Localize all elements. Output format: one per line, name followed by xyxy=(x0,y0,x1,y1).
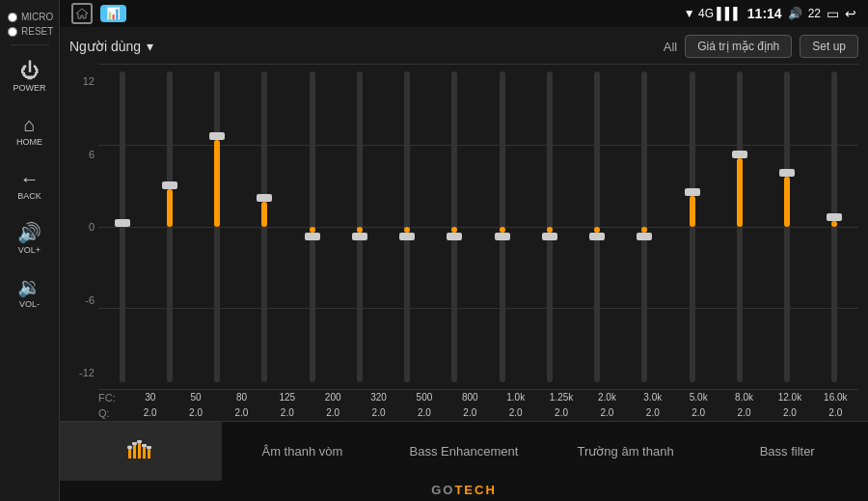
eq-active-icon[interactable]: 📊 xyxy=(100,5,126,22)
slider-track-3[interactable] xyxy=(261,71,267,382)
q-val-7: 2.0 xyxy=(448,405,493,421)
vol-down-button[interactable]: 🔉 VOL- xyxy=(5,267,55,318)
band-col-5[interactable] xyxy=(336,64,383,390)
slider-thumb-6[interactable] xyxy=(399,233,415,240)
tab-bass-filter[interactable]: Bass filter xyxy=(706,422,868,481)
power-button[interactable]: ⏻ POWER xyxy=(5,51,55,101)
home-button[interactable]: ⌂ HOME xyxy=(5,105,55,155)
fc-val-3: 125 xyxy=(264,390,310,405)
reset-radio[interactable]: RESET xyxy=(8,26,51,37)
setup-button[interactable]: Set up xyxy=(800,35,858,58)
wifi-icon: ▼ 4G ▌▌▌ xyxy=(684,7,742,20)
fc-val-13: 8.0k xyxy=(721,390,767,405)
slider-thumb-7[interactable] xyxy=(447,233,462,240)
slider-thumb-1[interactable] xyxy=(162,181,177,189)
band-col-0[interactable] xyxy=(98,64,146,390)
slider-track-6[interactable] xyxy=(404,71,410,382)
slider-thumb-13[interactable] xyxy=(732,151,747,158)
slider-track-2[interactable] xyxy=(214,71,220,382)
slider-track-13[interactable] xyxy=(737,71,743,382)
svg-rect-9 xyxy=(142,444,147,447)
slider-thumb-14[interactable] xyxy=(779,169,795,177)
slider-track-11[interactable] xyxy=(641,71,647,382)
slider-thumb-9[interactable] xyxy=(542,233,557,240)
vol-up-button[interactable]: 🔊 VOL+ xyxy=(5,213,55,264)
slider-track-9[interactable] xyxy=(547,71,553,382)
slider-thumb-5[interactable] xyxy=(352,233,367,240)
slider-thumb-11[interactable] xyxy=(637,233,652,240)
back-nav-icon[interactable]: ↩ xyxy=(845,6,856,21)
svg-rect-7 xyxy=(132,442,137,445)
y-label-n12: -12 xyxy=(79,367,95,378)
default-values-button[interactable]: Giá trị mặc định xyxy=(685,35,792,58)
q-val-0: 2.0 xyxy=(127,405,173,421)
band-col-3[interactable] xyxy=(241,64,288,390)
fc-val-1: 50 xyxy=(173,390,218,405)
svg-rect-4 xyxy=(143,445,146,459)
slider-track-12[interactable] xyxy=(690,71,695,382)
slider-thumb-3[interactable] xyxy=(257,194,272,202)
user-selector[interactable]: Người dùng ▾ xyxy=(69,39,153,54)
fc-val-8: 1.0k xyxy=(493,390,538,405)
fc-label: FC: xyxy=(98,390,127,405)
tab-surround[interactable]: Âm thanh vòm xyxy=(222,422,384,481)
tab-bass-enhancement[interactable]: Bass Enhancement xyxy=(383,422,545,481)
all-label: All xyxy=(664,40,677,54)
vol-up-label: VOL+ xyxy=(18,245,41,255)
micro-radio[interactable]: MICRO xyxy=(8,12,51,22)
eq-container: Người dùng ▾ All Giá trị mặc định Set up… xyxy=(60,27,868,421)
back-button[interactable]: ← BACK xyxy=(5,159,55,209)
slider-track-4[interactable] xyxy=(310,71,315,382)
q-val-3: 2.0 xyxy=(264,405,310,421)
slider-thumb-15[interactable] xyxy=(827,213,842,221)
slider-track-14[interactable] xyxy=(784,71,790,382)
vol-down-icon: 🔉 xyxy=(17,277,41,296)
slider-track-0[interactable] xyxy=(120,71,125,382)
fc-val-7: 800 xyxy=(448,390,493,405)
band-col-10[interactable] xyxy=(574,64,621,390)
band-col-1[interactable] xyxy=(146,64,193,390)
band-col-12[interactable] xyxy=(668,64,716,390)
band-col-7[interactable] xyxy=(431,64,478,390)
band-col-14[interactable] xyxy=(764,64,811,390)
slider-thumb-4[interactable] xyxy=(305,233,320,240)
volume-icon: 🔊 xyxy=(788,7,802,20)
tab-eq[interactable] xyxy=(60,422,222,481)
fc-val-9: 1.25k xyxy=(538,390,583,405)
slider-track-8[interactable] xyxy=(500,71,505,382)
band-col-15[interactable] xyxy=(811,64,858,390)
sidebar-top-controls: MICRO RESET xyxy=(0,8,59,41)
y-label-n6: -6 xyxy=(85,294,95,306)
svg-rect-8 xyxy=(137,440,142,443)
chevron-down-icon: ▾ xyxy=(147,39,153,54)
tab-surround-label: Âm thanh vòm xyxy=(261,444,342,459)
band-col-9[interactable] xyxy=(526,64,573,390)
volume-level: 22 xyxy=(808,7,821,20)
q-val-5: 2.0 xyxy=(356,405,401,421)
tab-soundfield[interactable]: Trường âm thanh xyxy=(545,422,707,481)
band-col-8[interactable] xyxy=(478,64,526,390)
band-col-2[interactable] xyxy=(194,64,241,390)
micro-label: MICRO xyxy=(21,12,53,22)
slider-track-10[interactable] xyxy=(594,71,600,382)
band-col-4[interactable] xyxy=(288,64,336,390)
slider-track-5[interactable] xyxy=(357,71,363,382)
slider-thumb-8[interactable] xyxy=(495,233,510,240)
back-icon: ← xyxy=(20,169,40,188)
slider-track-7[interactable] xyxy=(451,71,457,382)
slider-thumb-0[interactable] xyxy=(115,219,130,227)
y-label-0: 0 xyxy=(89,221,95,233)
nav-home-icon[interactable] xyxy=(71,3,93,24)
home-icon: ⌂ xyxy=(23,115,35,134)
slider-track-15[interactable] xyxy=(831,71,837,382)
band-col-6[interactable] xyxy=(384,64,431,390)
slider-track-1[interactable] xyxy=(167,71,173,382)
fc-val-12: 5.0k xyxy=(676,390,721,405)
slider-thumb-10[interactable] xyxy=(589,233,605,240)
band-col-11[interactable] xyxy=(621,64,668,390)
q-val-1: 2.0 xyxy=(173,405,218,421)
slider-thumb-2[interactable] xyxy=(209,132,225,140)
band-col-13[interactable] xyxy=(716,64,763,390)
slider-thumb-12[interactable] xyxy=(685,188,700,196)
battery-icon: ▭ xyxy=(827,6,839,21)
